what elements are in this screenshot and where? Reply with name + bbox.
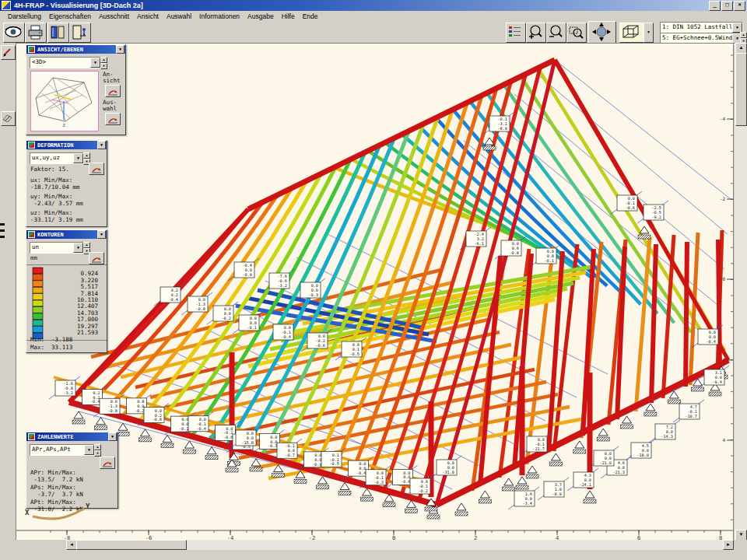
svg-text:-0.3: -0.3 [268, 443, 278, 448]
deformation-title: DEFORMATION [37, 142, 73, 149]
zahlenwerte-apply-button[interactable] [100, 457, 115, 469]
left-ruler-marks [0, 220, 6, 313]
print-button[interactable] [25, 23, 47, 43]
work-plane-icon [2, 112, 13, 124]
x-axis-label: X [25, 509, 30, 516]
zoom-out-icon [547, 23, 564, 40]
app-icon [2, 1, 11, 10]
deformation-menu-button[interactable]: ▼ [97, 141, 106, 149]
horizontal-scrollbar[interactable]: ◄ ► [66, 540, 734, 550]
panel-icon [28, 433, 35, 440]
svg-text:-3.4: -3.4 [523, 501, 533, 506]
svg-text:-0.5: -0.5 [330, 461, 340, 466]
view-combo[interactable]: <3D> ▼ [30, 57, 101, 68]
svg-text:-18.0: -18.0 [637, 453, 649, 457]
spinner-up-icon[interactable]: ▲ [740, 32, 747, 38]
redo-arrow-icon [107, 87, 119, 96]
left-tool-column [0, 43, 16, 540]
ansicht-titlebar[interactable]: ANSICHT/EBENEN ▼ [26, 45, 125, 54]
scroll-right-icon[interactable]: ► [723, 540, 734, 550]
deformation-combo[interactable]: ux,uy,uz ▼ [30, 152, 84, 164]
svg-text:-3.2: -3.2 [278, 283, 288, 288]
menu-ausgabe[interactable]: Ausgabe [247, 12, 274, 20]
svg-text:-21.7: -21.7 [532, 446, 545, 451]
collective-combo-value: 5: EG+Schnee+0.5Wind>X [662, 34, 739, 41]
horizontal-scroll-thumb[interactable] [76, 540, 187, 550]
redo-arrow-icon [90, 165, 103, 174]
view-button[interactable] [3, 23, 25, 43]
projection-dropdown-button[interactable]: ▼ [644, 23, 654, 43]
svg-text:2: 2 [722, 357, 725, 362]
view-spinner[interactable]: ▲ ▼ [100, 57, 107, 69]
vertical-scrollbar[interactable]: ▲ ▼ [735, 43, 747, 540]
draw-button[interactable] [1, 45, 16, 60]
vertical-scroll-thumb[interactable] [735, 53, 747, 126]
svg-text:-0.4: -0.4 [169, 297, 179, 302]
spinner-down-icon[interactable]: ▼ [94, 450, 101, 457]
view-combo-value: <3D> [32, 58, 46, 65]
spinner-up-icon[interactable]: ▲ [94, 444, 101, 450]
menu-ausschnitt[interactable]: Ausschnitt [99, 12, 129, 20]
menu-darstellung[interactable]: Darstellung [8, 12, 41, 20]
zahlenwerte-combo[interactable]: APr,APs,APt ▼ [30, 444, 95, 456]
chevron-down-icon[interactable]: ▼ [73, 153, 83, 163]
scroll-up-icon[interactable]: ▲ [735, 43, 747, 54]
window-title: 4H-FRAP - Visualisierung [3D-Dach 2a] [14, 2, 143, 9]
menu-auswahl[interactable]: Auswahl [167, 12, 191, 20]
svg-text:-0.5: -0.5 [350, 352, 360, 356]
title-bar[interactable]: 4H-FRAP - Visualisierung [3D-Dach 2a] _ … [0, 0, 747, 11]
konturen-titlebar[interactable]: KONTUREN ▼ [26, 230, 107, 239]
scroll-left-icon[interactable]: ◄ [66, 540, 77, 550]
uz-minmax-label: uz: Min/Max: [30, 209, 72, 216]
svg-text:-0.3: -0.3 [374, 480, 384, 485]
zoom-in-button[interactable] [526, 23, 546, 43]
svg-text:-0.6: -0.6 [626, 205, 636, 210]
ansicht-menu-button[interactable]: ▼ [116, 45, 124, 54]
legend-settings-button[interactable] [506, 23, 526, 43]
menu-eigenschaften[interactable]: Eigenschaften [49, 12, 91, 20]
konturen-apply-button[interactable] [89, 252, 104, 264]
redo-arrow-icon [107, 115, 119, 124]
spinner-down-icon[interactable]: ▼ [100, 63, 107, 69]
pan-control[interactable] [588, 21, 616, 44]
menu-ansicht[interactable]: Ansicht [137, 12, 159, 20]
view-apply-button[interactable] [105, 85, 121, 97]
chevron-down-icon[interactable]: ▼ [90, 58, 100, 68]
zahlenwerte-menu-button[interactable]: ▼ [108, 432, 117, 441]
apr-minmax-label: APr: Min/Max: [30, 469, 76, 476]
close-button[interactable]: × [734, 1, 745, 11]
menu-informationen[interactable]: Informationen [199, 12, 240, 20]
spinner-up-icon[interactable]: ▲ [100, 57, 107, 63]
zoom-out-button[interactable] [546, 23, 566, 43]
deformation-apply-button[interactable] [89, 163, 104, 175]
selection-apply-button[interactable] [105, 113, 121, 125]
scroll-down-icon[interactable]: ▼ [735, 530, 747, 541]
chevron-down-icon[interactable]: ▼ [73, 243, 83, 253]
projection-cube-button[interactable] [619, 23, 644, 43]
documentation-button[interactable] [47, 23, 69, 43]
konturen-menu-button[interactable]: ▼ [97, 230, 106, 239]
deformation-titlebar[interactable]: DEFORMATION ▼ [26, 141, 107, 149]
loadcase-combo[interactable]: 1: DIN 1052 Lastfall H (Th. 1. Or ▼ [660, 22, 743, 33]
uy-minmax-value: -2.43/ 3.57 mm [30, 200, 83, 207]
maximize-button[interactable]: □ [721, 1, 733, 11]
exit-button[interactable] [69, 23, 91, 43]
zahlenwerte-spinner[interactable]: ▲ ▼ [94, 444, 101, 457]
menu-ende[interactable]: Ende [303, 12, 318, 20]
chevron-down-icon[interactable]: ▼ [84, 445, 94, 455]
view-preview[interactable]: z [30, 71, 99, 131]
svg-text:-0.8: -0.8 [510, 250, 520, 255]
spinner-up-icon[interactable]: ▲ [83, 242, 90, 248]
zoom-window-button[interactable] [566, 23, 587, 43]
spinner-up-icon[interactable]: ▲ [83, 152, 90, 159]
deformation-combo-value: ux,uy,uz [32, 154, 60, 161]
app-window: 4H-FRAP - Visualisierung [3D-Dach 2a] _ … [0, 0, 747, 560]
svg-text:-0.6: -0.6 [401, 479, 411, 484]
menu-hilfe[interactable]: Hilfe [282, 12, 295, 20]
svg-text:-0.9: -0.9 [243, 272, 253, 277]
zahlenwerte-titlebar[interactable]: ZAHLENWERTE ▼ [26, 432, 117, 441]
plane-select-button[interactable] [1, 111, 16, 126]
svg-text:-6.1: -6.1 [475, 241, 485, 246]
konturen-combo[interactable]: un ▼ [30, 242, 84, 254]
minimize-button[interactable]: _ [709, 1, 721, 11]
